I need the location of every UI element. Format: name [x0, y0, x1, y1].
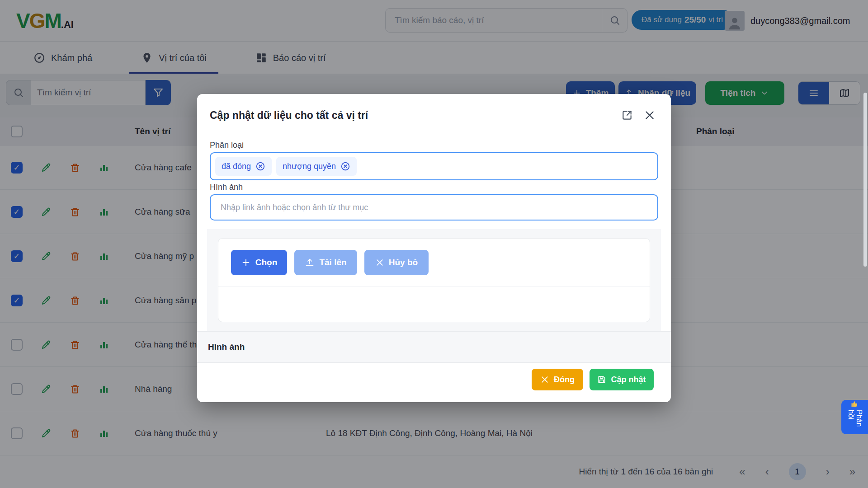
choose-file-button[interactable]: Chọn: [231, 250, 287, 275]
close-label: Đóng: [554, 375, 575, 385]
remove-tag-icon[interactable]: [255, 161, 265, 171]
category-tag: nhượng quyền: [276, 157, 357, 176]
choose-label: Chọn: [255, 258, 278, 267]
update-label: Cập nhật: [611, 375, 646, 385]
thumbs-up-icon: [851, 400, 859, 408]
image-section-header: Hình ảnh: [197, 331, 671, 363]
expand-icon[interactable]: [620, 108, 634, 122]
save-icon: [597, 375, 606, 384]
tag-label: đã đóng: [222, 162, 251, 171]
close-icon: [375, 258, 384, 267]
close-icon[interactable]: [643, 108, 656, 122]
image-label: Hình ảnh: [210, 183, 243, 192]
close-modal-button[interactable]: Đóng: [532, 369, 583, 390]
feedback-label: Phản hồi: [847, 410, 863, 434]
remove-tag-icon[interactable]: [340, 161, 350, 171]
tag-label: nhượng quyền: [283, 162, 336, 171]
upload-card: Chọn Tải lên Hủy bỏ: [218, 238, 650, 322]
category-label: Phân loại: [210, 141, 244, 150]
category-tag: đã đóng: [215, 157, 272, 176]
feedback-tab[interactable]: Phản hồi: [841, 400, 868, 434]
update-button[interactable]: Cập nhật: [590, 369, 654, 390]
modal-title: Cập nhật dữ liệu cho tất cả vị trí: [210, 109, 368, 122]
upload-button-row: Chọn Tải lên Hủy bỏ: [218, 239, 650, 286]
upload-file-button[interactable]: Tải lên: [294, 250, 357, 275]
close-icon: [540, 375, 549, 384]
category-tag-input[interactable]: đã đóng nhượng quyền: [210, 152, 658, 180]
upload-panel: Chọn Tải lên Hủy bỏ: [207, 229, 661, 331]
cancel-upload-button[interactable]: Hủy bỏ: [364, 250, 429, 275]
upload-icon: [305, 258, 315, 267]
upload-label: Tải lên: [319, 258, 346, 267]
plus-icon: [241, 258, 251, 267]
image-url-input[interactable]: [210, 194, 658, 221]
modal-footer: Đóng Cập nhật: [197, 369, 671, 390]
update-all-locations-modal: Cập nhật dữ liệu cho tất cả vị trí Phân …: [197, 94, 671, 402]
cancel-label: Hủy bỏ: [389, 258, 418, 267]
scrollbar-thumb[interactable]: [863, 93, 867, 267]
